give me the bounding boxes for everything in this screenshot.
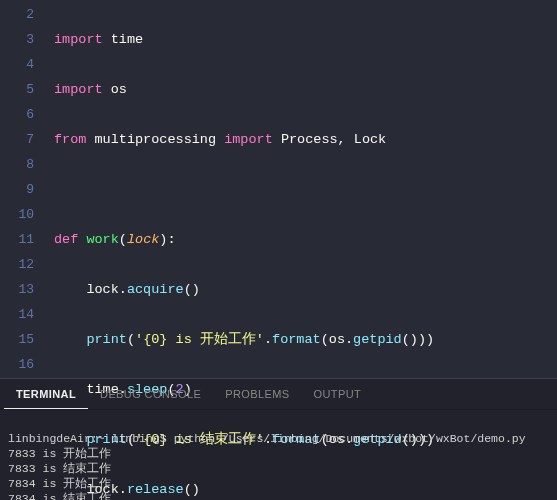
line-number: 2	[0, 2, 34, 27]
line-number: 10	[0, 202, 34, 227]
line-number: 14	[0, 302, 34, 327]
terminal-output-line: 7834 is 结束工作	[8, 492, 111, 500]
terminal-command: python /Users/linbing/Documents/wxbot/wx…	[174, 432, 526, 445]
tab-problems[interactable]: PROBLEMS	[213, 379, 301, 409]
code-area[interactable]: import time import os from multiprocessi…	[54, 0, 557, 378]
line-number-gutter: 2 3 4 5 6 7 8 9 10 11 12 13 14 15 16	[0, 0, 54, 378]
code-line[interactable]: import os	[54, 77, 557, 102]
code-line[interactable]	[54, 177, 557, 202]
terminal-output-line: 7833 is 结束工作	[8, 462, 111, 475]
tab-terminal[interactable]: TERMINAL	[4, 379, 88, 409]
code-line[interactable]: lock.release()	[54, 477, 557, 500]
line-number: 13	[0, 277, 34, 302]
line-number: 12	[0, 252, 34, 277]
line-number: 9	[0, 177, 34, 202]
code-line[interactable]: from multiprocessing import Process, Loc…	[54, 127, 557, 152]
line-number: 16	[0, 352, 34, 377]
code-line[interactable]: import time	[54, 27, 557, 52]
line-number: 4	[0, 52, 34, 77]
code-line[interactable]: print('{0} is 开始工作'.format(os.getpid()))	[54, 327, 557, 352]
code-line[interactable]: lock.acquire()	[54, 277, 557, 302]
code-editor[interactable]: 2 3 4 5 6 7 8 9 10 11 12 13 14 15 16 imp…	[0, 0, 557, 378]
code-line[interactable]: def work(lock):	[54, 227, 557, 252]
terminal-prompt: linbingdeAir:~ linbing$	[8, 432, 174, 445]
tab-debug-console[interactable]: DEBUG CONSOLE	[88, 379, 213, 409]
line-number: 6	[0, 102, 34, 127]
line-number: 3	[0, 27, 34, 52]
terminal-output-line: 7833 is 开始工作	[8, 447, 111, 460]
tab-output[interactable]: OUTPUT	[302, 379, 374, 409]
line-number: 7	[0, 127, 34, 152]
line-number: 8	[0, 152, 34, 177]
line-number: 11	[0, 227, 34, 252]
terminal-output-line: 7834 is 开始工作	[8, 477, 111, 490]
line-number: 5	[0, 77, 34, 102]
line-number: 15	[0, 327, 34, 352]
